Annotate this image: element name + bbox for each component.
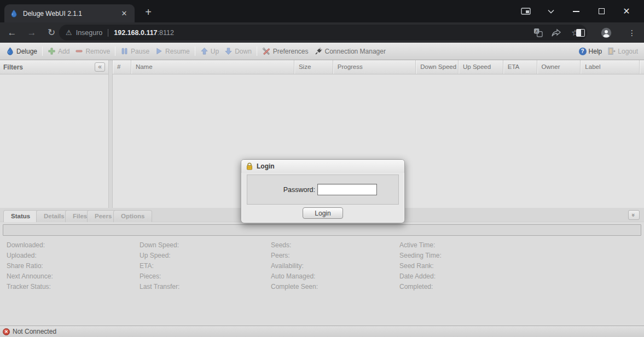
column-header-up-speed[interactable]: Up Speed — [459, 60, 503, 74]
minimize-icon — [573, 11, 579, 12]
login-dialog: Login Password: Login — [241, 159, 405, 223]
browser-tab-strip: Deluge WebUI 2.1.1 ✕ + ✕ — [0, 0, 644, 22]
status-column-1: Downloaded: Uploaded: Share Ratio: Next … — [7, 240, 53, 292]
label-peers: Peers: — [271, 251, 318, 261]
toolbar-connection-manager-button[interactable]: Connection Manager — [314, 47, 386, 56]
preferences-tools-icon — [262, 47, 271, 56]
login-dialog-body: Password: — [247, 175, 399, 205]
tab-close-icon[interactable]: ✕ — [119, 9, 129, 19]
url-port: :8112 — [158, 29, 174, 37]
toolbar-logout-button[interactable]: Logout — [607, 47, 638, 55]
maximize-icon — [599, 8, 605, 14]
toolbar-separator — [257, 47, 257, 56]
toolbar-up-button[interactable]: Up — [200, 47, 219, 55]
browser-tab[interactable]: Deluge WebUI 2.1.1 ✕ — [4, 4, 135, 22]
translate-icon[interactable]: A — [532, 27, 543, 38]
label-up-speed: Up Speed: — [140, 251, 179, 261]
label-auto-managed: Auto Managed: — [271, 271, 318, 282]
column-header-name[interactable]: Name — [131, 60, 294, 74]
column-header-spacer — [640, 60, 644, 74]
security-label: Inseguro — [76, 29, 103, 37]
url-host: 192.168.0.117 — [114, 29, 157, 37]
status-column-2: Down Speed: Up Speed: ETA: Pieces: Last … — [140, 240, 179, 292]
reload-button[interactable]: ↻ — [44, 25, 59, 40]
back-button[interactable]: ← — [4, 25, 20, 40]
tab-search-chevron-icon[interactable] — [546, 6, 556, 17]
profile-avatar[interactable] — [601, 27, 612, 38]
column-header-number[interactable]: # — [113, 60, 131, 74]
toolbar-add-button[interactable]: Add — [48, 47, 69, 55]
details-collapse-button[interactable]: » — [628, 210, 640, 220]
status-panel: Downloaded: Uploaded: Share Ratio: Next … — [0, 222, 644, 326]
tab-title: Deluge WebUI 2.1.1 — [23, 10, 119, 18]
column-header-down-speed[interactable]: Down Speed — [416, 60, 459, 74]
toolbar-deluge-button[interactable]: Deluge — [6, 47, 37, 55]
password-label: Password: — [247, 186, 317, 194]
window-maximize-button[interactable] — [596, 6, 607, 17]
label-down-speed: Down Speed: — [140, 240, 179, 251]
tab-options[interactable]: Options — [113, 210, 152, 222]
label-complete-seen: Complete Seen: — [271, 282, 318, 292]
toolbar-resume-button[interactable]: Resume — [155, 47, 190, 55]
address-bar[interactable]: ⚠ Inseguro 192.168.0.117 :8112 A ☆ — [59, 25, 587, 40]
label-next-announce: Next Announce: — [7, 271, 53, 282]
add-icon — [48, 47, 56, 55]
login-button[interactable]: Login — [303, 207, 343, 219]
label-eta: ETA: — [140, 261, 179, 271]
torrent-progress-bar — [3, 224, 641, 236]
pause-icon — [120, 47, 129, 55]
filters-panel-header: Filters « — [0, 60, 108, 74]
omnibox-divider — [108, 29, 108, 37]
toolbar-preferences-button[interactable]: Preferences — [262, 47, 309, 56]
label-downloaded: Downloaded: — [7, 240, 53, 251]
password-input[interactable] — [317, 184, 377, 195]
forward-button[interactable]: → — [24, 25, 39, 40]
chevron-down-icon: » — [631, 213, 637, 217]
toolbar-separator — [195, 47, 195, 56]
filters-panel-body — [0, 74, 108, 208]
window-close-button[interactable]: ✕ — [621, 6, 632, 17]
login-dialog-title: Login — [257, 162, 275, 170]
lock-icon — [246, 162, 253, 170]
toolbar-separator — [115, 47, 115, 56]
label-availability: Availability: — [271, 261, 318, 271]
column-header-eta[interactable]: ETA — [503, 60, 537, 74]
share-icon[interactable] — [551, 27, 562, 38]
side-panel-icon[interactable] — [575, 27, 586, 38]
tab-status[interactable]: Status — [3, 210, 38, 222]
label-completed: Completed: — [399, 282, 442, 292]
panel-splitter[interactable] — [108, 60, 113, 208]
deluge-favicon — [10, 9, 18, 18]
connection-status-bar: ✕ Not Connected — [0, 326, 644, 337]
window-minimize-button[interactable] — [571, 6, 582, 17]
column-header-label[interactable]: Label — [581, 60, 640, 74]
new-tab-button[interactable]: + — [141, 5, 155, 20]
tab-preview-icon[interactable] — [520, 6, 531, 17]
logout-door-icon — [607, 47, 616, 55]
toolbar-remove-button[interactable]: Remove — [75, 47, 110, 55]
connection-status-text: Not Connected — [13, 328, 56, 335]
label-seed-rank: Seed Rank: — [399, 261, 442, 271]
column-header-size[interactable]: Size — [294, 60, 333, 74]
label-seeding-time: Seeding Time: — [399, 251, 442, 261]
torrent-grid-header: # Name Size Progress Down Speed Up Speed… — [113, 60, 644, 74]
label-last-transfer: Last Transfer: — [140, 282, 179, 292]
connection-manager-plug-icon — [314, 47, 323, 56]
status-column-4: Active Time: Seeding Time: Seed Rank: Da… — [399, 240, 442, 292]
column-header-owner[interactable]: Owner — [537, 60, 581, 74]
browser-menu-icon[interactable]: ⋮ — [626, 27, 637, 38]
toolbar-down-button[interactable]: Down — [224, 47, 252, 55]
not-secure-warning-icon[interactable]: ⚠ — [66, 28, 72, 37]
label-tracker-status: Tracker Status: — [7, 282, 53, 292]
column-header-progress[interactable]: Progress — [333, 60, 416, 74]
deluge-logo-icon — [6, 47, 14, 55]
toolbar-help-button[interactable]: ? Help — [579, 48, 602, 55]
label-uploaded: Uploaded: — [7, 251, 53, 261]
label-pieces: Pieces: — [140, 271, 179, 282]
login-dialog-titlebar[interactable]: Login — [241, 160, 404, 173]
status-column-3: Seeds: Peers: Availability: Auto Managed… — [271, 240, 318, 292]
label-date-added: Date Added: — [399, 271, 442, 282]
filters-collapse-button[interactable]: « — [95, 62, 105, 72]
toolbar-pause-button[interactable]: Pause — [120, 47, 149, 55]
remove-icon — [75, 47, 83, 55]
